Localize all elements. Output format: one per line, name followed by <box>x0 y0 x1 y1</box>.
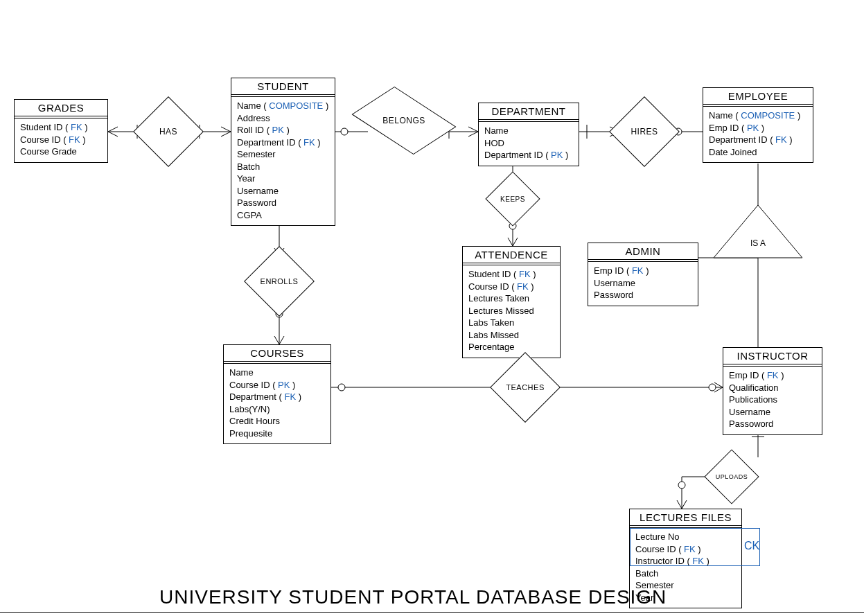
entity-title: COURSES <box>224 345 330 362</box>
entity-attrs: Name HOD Department ID ( PK ) <box>479 122 579 166</box>
entity-attrs: Name ( COMPOSITE ) Address Roll ID ( PK … <box>231 97 335 225</box>
entity-attendence: ATTENDENCE Student ID ( FK ) Course ID (… <box>462 246 561 358</box>
entity-employee: EMPLOYEE Name ( COMPOSITE ) Emp ID ( PK … <box>703 87 813 163</box>
entity-title: EMPLOYEE <box>703 88 813 105</box>
svg-point-47 <box>678 482 685 489</box>
ck-label: CK <box>744 540 759 552</box>
relationship-enrolls: ENROLLS <box>254 256 304 306</box>
entity-attrs: Name Course ID ( PK ) Department ( FK ) … <box>224 364 330 443</box>
entity-student: STUDENT Name ( COMPOSITE ) Address Roll … <box>231 78 335 226</box>
entity-attrs: Emp ID ( FK ) Qualification Publications… <box>723 367 822 434</box>
entity-attrs: Name ( COMPOSITE ) Emp ID ( PK ) Departm… <box>703 107 813 162</box>
svg-point-9 <box>341 128 348 135</box>
svg-line-37 <box>279 336 284 344</box>
svg-line-48 <box>677 500 682 509</box>
entity-courses: COURSES Name Course ID ( PK ) Department… <box>223 344 331 444</box>
svg-line-3 <box>108 132 118 137</box>
svg-line-2 <box>108 127 118 132</box>
relationship-has: HAS <box>143 107 193 157</box>
svg-line-13 <box>468 132 478 137</box>
entity-attrs: Emp ID ( FK ) Username Password <box>588 262 698 306</box>
svg-line-49 <box>682 500 687 509</box>
svg-point-39 <box>338 384 345 391</box>
entity-instructor: INSTRUCTOR Emp ID ( FK ) Qualification P… <box>723 347 822 435</box>
entity-department: DEPARTMENT Name HOD Department ID ( PK ) <box>478 103 579 166</box>
bottom-border <box>0 612 864 613</box>
svg-marker-51 <box>714 205 802 258</box>
svg-line-12 <box>468 127 478 132</box>
page-title: UNIVERSITY STUDENT PORTAL DATABASE DESIG… <box>159 586 667 608</box>
relationship-keeps: KEEPS <box>493 179 532 218</box>
svg-line-36 <box>274 336 279 344</box>
entity-title: DEPARTMENT <box>479 103 579 120</box>
relationship-teaches: TEACHES <box>500 362 550 412</box>
svg-line-28 <box>508 238 513 246</box>
svg-line-29 <box>513 238 518 246</box>
entity-title: LECTURES FILES <box>630 509 741 526</box>
er-diagram-canvas: GRADES Student ID ( FK ) Course ID ( FK … <box>0 0 864 616</box>
entity-grades: GRADES Student ID ( FK ) Course ID ( FK … <box>14 99 108 163</box>
svg-line-43 <box>714 387 723 392</box>
entity-title: ATTENDENCE <box>463 247 560 263</box>
entity-admin: ADMIN Emp ID ( FK ) Username Password <box>588 243 698 306</box>
svg-point-41 <box>709 384 716 391</box>
entity-title: STUDENT <box>231 78 335 95</box>
relationship-hires: HIRES <box>619 107 669 157</box>
entity-attrs: Student ID ( FK ) Course ID ( FK ) Lectu… <box>463 265 560 358</box>
relationship-belongs: BELONGS <box>368 96 440 146</box>
entity-title: INSTRUCTOR <box>723 348 822 364</box>
entity-title: GRADES <box>15 100 107 116</box>
svg-line-6 <box>221 127 231 132</box>
entity-title: ADMIN <box>588 243 698 260</box>
entity-attrs: Student ID ( FK ) Course ID ( FK ) Cours… <box>15 118 107 162</box>
isa-triangle: IS A <box>714 205 802 263</box>
svg-line-7 <box>221 132 231 137</box>
relationship-uploads: UPLOADS <box>712 457 751 496</box>
svg-line-42 <box>714 382 723 387</box>
